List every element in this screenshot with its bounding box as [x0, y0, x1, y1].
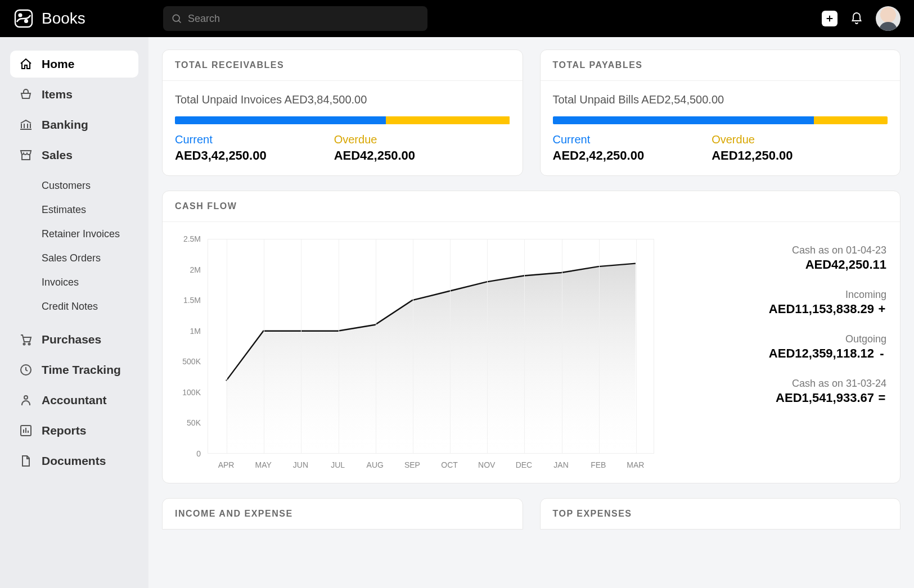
- cashflow-chart: 050K100K500K1M1.5M2M2.5MAPRMAYJUNJULAUGS…: [176, 239, 654, 469]
- svg-point-7: [24, 396, 28, 399]
- sidebar-item-label: Home: [42, 57, 74, 71]
- cashflow-stat-2: OutgoingAED12,359,118.12-: [769, 333, 886, 361]
- payables-progress: [553, 116, 888, 124]
- shop-icon: [19, 148, 33, 162]
- chart-xtick: SEP: [395, 460, 429, 469]
- sidebar-item-label: Documents: [42, 454, 106, 468]
- search-icon: [171, 13, 182, 24]
- sidebar-item-reports[interactable]: Reports: [10, 417, 138, 444]
- app-header: Books: [0, 0, 914, 37]
- receivables-progress: [175, 116, 510, 124]
- cart-icon: [19, 333, 33, 346]
- cashflow-stat-value: AED42,250.11: [792, 257, 886, 272]
- svg-point-5: [29, 343, 30, 345]
- payables-unpaid-line: Total Unpaid Bills AED2,54,500.00: [553, 93, 888, 106]
- svg-point-3: [173, 15, 179, 21]
- bank-icon: [19, 118, 33, 132]
- header-actions: [822, 6, 901, 31]
- payables-current-label: Current: [553, 133, 645, 146]
- notifications-button[interactable]: [848, 10, 866, 28]
- chart-xtick: MAR: [619, 460, 652, 469]
- payables-title: TOTAL PAYABLES: [553, 60, 888, 70]
- home-icon: [19, 57, 33, 71]
- sidebar-item-label: Reports: [42, 424, 86, 437]
- cashflow-stat-1: IncomingAED11,153,838.29+: [769, 289, 886, 316]
- top-expenses-card: TOP EXPENSES: [540, 498, 901, 530]
- cashflow-stat-3: Cash as on 31-03-24AED1,541,933.67=: [776, 378, 886, 405]
- document-icon: [19, 454, 33, 468]
- avatar[interactable]: [876, 6, 901, 31]
- sidebar-item-items[interactable]: Items: [10, 81, 138, 108]
- cashflow-stat-value: AED1,541,933.67=: [776, 391, 886, 405]
- cashflow-stat-sign: -: [877, 346, 886, 361]
- payables-card: TOTAL PAYABLES Total Unpaid Bills AED2,5…: [540, 49, 901, 176]
- svg-point-1: [19, 14, 22, 17]
- sidebar-item-documents[interactable]: Documents: [10, 447, 138, 474]
- income-expense-card: INCOME AND EXPENSE: [162, 498, 523, 530]
- svg-point-4: [24, 343, 25, 345]
- sidebar-item-banking[interactable]: Banking: [10, 111, 138, 138]
- chart-xtick: OCT: [433, 460, 466, 469]
- search-input[interactable]: [163, 6, 427, 31]
- sidebar-subitem-sales-orders[interactable]: Sales Orders: [33, 247, 138, 270]
- sidebar-item-purchases[interactable]: Purchases: [10, 326, 138, 353]
- sidebar-item-label: Accountant: [42, 393, 107, 407]
- create-button[interactable]: [822, 11, 838, 26]
- logo-icon: [13, 8, 34, 29]
- chart-xtick: NOV: [470, 460, 503, 469]
- chart-xtick: AUG: [358, 460, 392, 469]
- cashflow-stat-sign: +: [877, 302, 886, 316]
- person-icon: [19, 393, 33, 407]
- main-content: TOTAL RECEIVABLES Total Unpaid Invoices …: [148, 37, 914, 588]
- receivables-card: TOTAL RECEIVABLES Total Unpaid Invoices …: [162, 49, 523, 176]
- payables-current-value: AED2,42,250.00: [553, 148, 645, 163]
- sidebar-item-label: Sales: [42, 148, 73, 162]
- sidebar-item-time-tracking[interactable]: Time Tracking: [10, 356, 138, 383]
- chart-icon: [19, 424, 33, 437]
- search-wrap: [163, 6, 427, 31]
- sidebar-subitem-credit-notes[interactable]: Credit Notes: [33, 295, 138, 318]
- receivables-overdue-value: AED42,250.00: [334, 148, 415, 163]
- chart-ytick: 2M: [176, 265, 201, 274]
- chart-xtick: FEB: [582, 460, 615, 469]
- chart-ytick: 2.5M: [176, 234, 201, 243]
- cashflow-stat-value: AED11,153,838.29+: [769, 302, 886, 316]
- receivables-title: TOTAL RECEIVABLES: [175, 60, 510, 70]
- receivables-overdue-label: Overdue: [334, 133, 415, 146]
- app-name: Books: [42, 10, 85, 28]
- chart-xtick: APR: [209, 460, 243, 469]
- sidebar-item-accountant[interactable]: Accountant: [10, 387, 138, 414]
- chart-xtick: JUN: [283, 460, 317, 469]
- receivables-current-value: AED3,42,250.00: [175, 148, 267, 163]
- receivables-progress-current: [175, 116, 386, 124]
- chart-ytick: 500K: [176, 357, 201, 366]
- sidebar-item-label: Purchases: [42, 333, 101, 346]
- payables-overdue-value: AED12,250.00: [712, 148, 793, 163]
- cashflow-title: CASH FLOW: [175, 201, 888, 211]
- sidebar-subitem-invoices[interactable]: Invoices: [33, 271, 138, 294]
- cashflow-stats: Cash as on 01-04-23AED42,250.11IncomingA…: [654, 239, 886, 469]
- cashflow-stat-0: Cash as on 01-04-23AED42,250.11: [792, 245, 886, 272]
- basket-icon: [19, 88, 33, 101]
- payables-progress-overdue: [814, 116, 888, 124]
- sidebar-subitem-retainer-invoices[interactable]: Retainer Invoices: [33, 223, 138, 246]
- payables-overdue-label: Overdue: [712, 133, 793, 146]
- chart-ytick: 50K: [176, 418, 201, 427]
- sidebar-item-label: Items: [42, 88, 73, 101]
- logo-block[interactable]: Books: [13, 8, 160, 29]
- receivables-progress-overdue: [386, 116, 510, 124]
- chart-ytick: 0: [176, 449, 201, 458]
- cashflow-stat-label: Incoming: [769, 289, 886, 301]
- sidebar-subitem-customers[interactable]: Customers: [33, 174, 138, 197]
- sidebar: HomeItemsBankingSalesCustomersEstimatesR…: [0, 37, 148, 588]
- chart-ytick: 100K: [176, 388, 201, 397]
- sidebar-item-home[interactable]: Home: [10, 51, 138, 78]
- sidebar-item-sales[interactable]: Sales: [10, 142, 138, 169]
- svg-point-2: [25, 20, 28, 22]
- sidebar-subitem-estimates[interactable]: Estimates: [33, 198, 138, 221]
- chart-xtick: DEC: [507, 460, 541, 469]
- cashflow-stat-sign: =: [877, 391, 886, 405]
- clock-icon: [19, 363, 33, 377]
- chart-ytick: 1.5M: [176, 296, 201, 305]
- chart-xtick: JUL: [321, 460, 355, 469]
